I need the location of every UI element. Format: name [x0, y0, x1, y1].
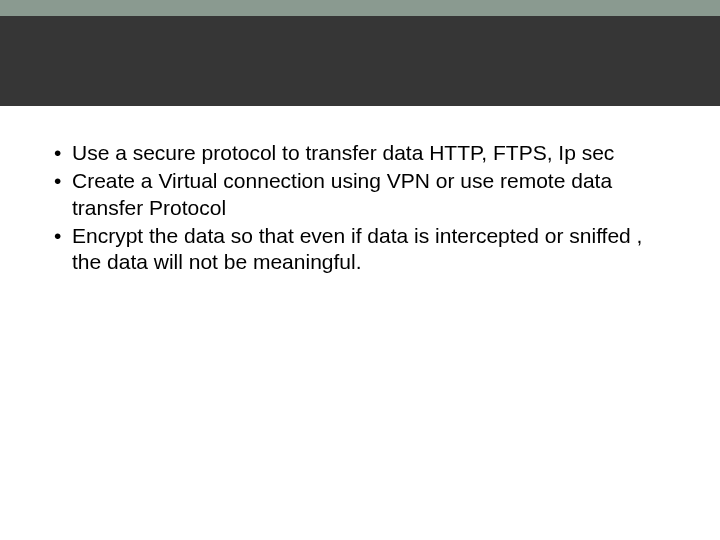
- list-item: Create a Virtual connection using VPN or…: [54, 168, 666, 221]
- list-item-text: Encrypt the data so that even if data is…: [72, 224, 642, 273]
- header-accent-band: [0, 0, 720, 16]
- bullet-list: Use a secure protocol to transfer data H…: [54, 140, 666, 275]
- list-item: Encrypt the data so that even if data is…: [54, 223, 666, 276]
- list-item-text: Use a secure protocol to transfer data H…: [72, 141, 614, 164]
- slide: Use a secure protocol to transfer data H…: [0, 0, 720, 540]
- list-item: Use a secure protocol to transfer data H…: [54, 140, 666, 166]
- list-item-text: Create a Virtual connection using VPN or…: [72, 169, 612, 218]
- slide-body: Use a secure protocol to transfer data H…: [54, 140, 666, 277]
- title-band: [0, 16, 720, 106]
